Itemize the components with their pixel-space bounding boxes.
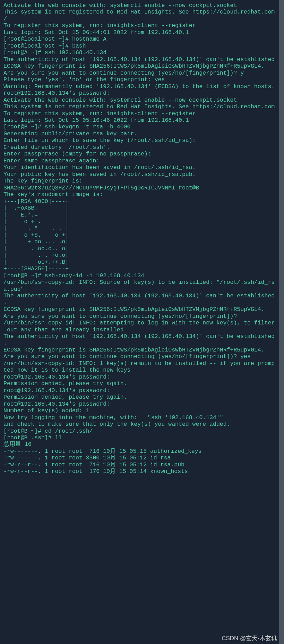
terminal-line: +---[RSA 4000]----+ (3, 198, 281, 205)
terminal-line: This system is not registered to Red Hat… (3, 103, 281, 110)
terminal-line: The key fingerprint is: (3, 178, 281, 184)
terminal-line: a.pub" (3, 286, 281, 293)
scrollbar-track[interactable] (279, 0, 284, 644)
terminal-line: [root@B ~]# ssh-copy-id -i 192.168.40.13… (3, 272, 281, 279)
terminal-line: out any that are already installed (3, 327, 281, 333)
terminal-line: Your identification has been saved in /r… (3, 164, 281, 171)
terminal-line: Please type 'yes', 'no' or the fingerpri… (3, 76, 281, 83)
terminal-line: Generating public/private rsa key pair. (3, 130, 281, 137)
terminal-line: /usr/bin/ssh-copy-id: INFO: Source of ke… (3, 279, 281, 286)
terminal-line: Created directory '/root/.ssh'. (3, 144, 281, 151)
terminal-line: +----[SHA256]-----+ (3, 265, 281, 272)
terminal-line: | o + . | (3, 218, 281, 225)
terminal-line: [root@localhost ~]# bash (3, 43, 281, 49)
terminal-line: 总用量 16 (3, 441, 281, 448)
terminal-line: ECDSA key fingerprint is SHA256:ItWS/pk5… (3, 63, 281, 69)
terminal-line: root@192.168.40.134's password: (3, 401, 281, 407)
terminal-line: The authenticity of host '192.168.40.134… (3, 293, 281, 299)
terminal-line: Warning: Permanently added '192.168.40.1… (3, 83, 281, 90)
terminal-line: To register this system, run: insights-c… (3, 22, 281, 29)
terminal-line: | oo+.++.B| (3, 259, 281, 265)
terminal-line: This system is not registered to Red Hat… (3, 9, 281, 15)
terminal-line: [root@localhost ~]# hostname A (3, 36, 281, 42)
terminal-line: /usr/bin/ssh-copy-id: INFO: 1 key(s) rem… (3, 360, 281, 367)
terminal-line: Activate the web console with: systemctl… (3, 2, 281, 9)
terminal-line: -rw-------. 1 root root 3300 10月 15 05:1… (3, 455, 281, 461)
terminal-line: -rw-r--r--. 1 root root 716 10月 15 05:12… (3, 461, 281, 468)
terminal-line: | .+oXBB. | (3, 205, 281, 211)
terminal-line: / (3, 16, 281, 22)
terminal-line: Permission denied, please try again. (3, 380, 281, 387)
terminal-line: Are you sure you want to continue connec… (3, 353, 281, 360)
terminal-line: | .+. +o.o| (3, 252, 281, 259)
terminal-line: -rw-r--r--. 1 root root 176 10月 15 05:14… (3, 468, 281, 475)
terminal-line: root@192.168.40.134's password: (3, 90, 281, 96)
terminal-line: . (3, 299, 281, 306)
terminal-line: ECDSA key fingerprint is SHA256:ItWS/pk5… (3, 306, 281, 313)
terminal-line: root@192.168.40.134's password: (3, 374, 281, 380)
scrollbar-thumb[interactable] (279, 0, 284, 644)
terminal-line: To register this system, run: insights-c… (3, 110, 281, 117)
terminal-line: Enter passphrase (empty for no passphras… (3, 151, 281, 157)
terminal-line: ted now it is to install the new keys (3, 367, 281, 373)
terminal-line: /usr/bin/ssh-copy-id: INFO: attempting t… (3, 320, 281, 326)
terminal-line: | . * . . | (3, 225, 281, 231)
terminal-line: Enter file in which to save the key (/ro… (3, 137, 281, 144)
terminal-line: Permission denied, please try again. (3, 394, 281, 400)
terminal-line: | + oo ... .o| (3, 238, 281, 245)
terminal-line: Last login: Sat Oct 15 06:44:01 2022 fro… (3, 29, 281, 36)
terminal-line: The key's randomart image is: (3, 191, 281, 198)
terminal-line: [root@A ~]# ssh 192.168.40.134 (3, 49, 281, 56)
terminal-line: | ..oo.o.. o| (3, 245, 281, 252)
terminal-line: and check to make sure that only the key… (3, 421, 281, 427)
terminal-line: ECDSA key fingerprint is SHA256:ItWS/pk5… (3, 347, 281, 353)
terminal-line: [root@B ~]# ssh-keygen -t rsa -b 4000 (3, 124, 281, 130)
terminal-line: | o +S.. o +| (3, 232, 281, 238)
terminal-line: The authenticity of host '192.168.40.134… (3, 56, 281, 63)
terminal-line: Enter same passphrase again: (3, 158, 281, 164)
terminal-line: root@192.168.40.134's password: (3, 387, 281, 394)
terminal-line: [root@B .ssh]# ll (3, 434, 281, 441)
terminal-line: Number of key(s) added: 1 (3, 407, 281, 414)
terminal-line: | E.*.= | (3, 212, 281, 218)
terminal-line: Your public key has been saved in /root/… (3, 171, 281, 178)
terminal-output[interactable]: Activate the web console with: systemctl… (3, 2, 281, 475)
terminal-line: -rw-------. 1 root root 716 10月 15 05:15… (3, 448, 281, 455)
watermark-text: CSDN @玄天·木玄玑 (222, 635, 277, 642)
terminal-line: SHA256:W2t37uZQ3HZ///MCuuYvMFJsygTFPT5g0… (3, 185, 281, 191)
terminal-line: Now try logging into the machine, with: … (3, 414, 281, 421)
terminal-line: Last login: Sat Oct 15 05:10:46 2022 fro… (3, 117, 281, 124)
terminal-line: Are you sure you want to continue connec… (3, 70, 281, 76)
terminal-line: . (3, 340, 281, 346)
terminal-line: [root@B ~]# cd /root/.ssh/ (3, 428, 281, 434)
terminal-line: Activate the web console with: systemctl… (3, 97, 281, 103)
terminal-line: The authenticity of host '192.168.40.134… (3, 333, 281, 340)
terminal-line: Are you sure you want to continue connec… (3, 313, 281, 320)
